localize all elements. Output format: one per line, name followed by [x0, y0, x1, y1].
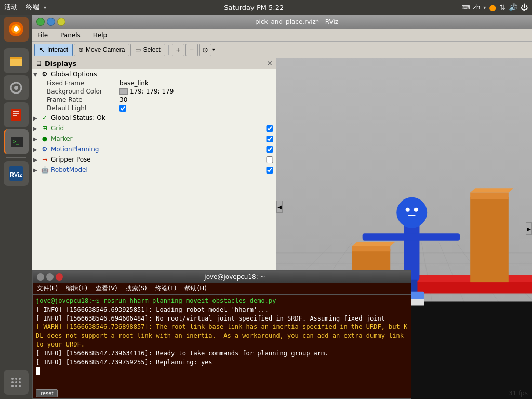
select-button[interactable]: ▭ Select: [130, 44, 165, 56]
maximize-button[interactable]: [47, 18, 55, 26]
terminal-line: [ INFO] [1566638546.694606484]: No root/…: [36, 314, 408, 323]
sidebar-app-grid[interactable]: [4, 370, 29, 395]
robot-model-row[interactable]: ▶ 🤖 RobotModel: [32, 165, 276, 175]
reset-button[interactable]: reset: [36, 389, 58, 397]
bg-color-text: 179; 179; 179: [130, 88, 174, 95]
term-menu-view[interactable]: 查看(V): [96, 284, 117, 293]
svg-point-52: [396, 197, 427, 228]
activities-label[interactable]: 活动: [4, 3, 18, 12]
collapse-left-panel[interactable]: ◀: [276, 201, 283, 213]
motion-planning-expand[interactable]: ▶: [33, 147, 41, 152]
terminal-dropdown-icon[interactable]: ▾: [44, 5, 46, 10]
sidebar-app-files[interactable]: [4, 48, 29, 73]
svg-point-22: [15, 385, 17, 387]
taskbar-datetime[interactable]: Saturday PM 5:22: [224, 4, 284, 11]
gripper-pose-checkbox[interactable]: [265, 156, 274, 163]
frame-rate-value[interactable]: 30: [119, 96, 127, 103]
grid-expand[interactable]: ▶: [33, 126, 41, 131]
global-options-row[interactable]: ▼ ⚙ Global Options: [32, 70, 276, 79]
robot-model-checkbox[interactable]: [265, 167, 274, 174]
focus-button[interactable]: ⊙: [199, 44, 211, 56]
fixed-frame-row: Fixed Frame base_link: [32, 79, 276, 87]
menu-help[interactable]: Help: [90, 31, 110, 40]
default-light-value[interactable]: [119, 105, 126, 112]
motion-planning-row[interactable]: ▶ ⚙ MotionPlanning: [32, 144, 276, 154]
terminal-taskbar-label[interactable]: 终端: [26, 3, 39, 12]
gripper-pose-row[interactable]: ▶ → Gripper Pose: [32, 155, 276, 164]
term-menu-edit[interactable]: 编辑(E): [66, 284, 87, 293]
move-camera-button[interactable]: ⊕ Move Camera: [74, 44, 129, 56]
toolbar-separator-1: [168, 45, 169, 55]
svg-rect-46: [352, 246, 391, 251]
terminal-close-button[interactable]: [56, 273, 63, 281]
move-camera-label: Move Camera: [86, 46, 125, 54]
marker-expand[interactable]: ▶: [33, 136, 41, 142]
sidebar-app-firefox[interactable]: [4, 17, 29, 42]
select-label: Select: [143, 46, 160, 54]
grid-row[interactable]: ▶ ⊞ Grid: [32, 124, 276, 133]
volume-icon[interactable]: 🔊: [509, 3, 517, 11]
svg-rect-49: [470, 192, 509, 199]
collapse-right-panel[interactable]: ▶: [526, 222, 532, 235]
network-icon[interactable]: ⇅: [499, 3, 506, 11]
motion-planning-label: MotionPlanning: [51, 145, 265, 153]
terminal-cursor: [36, 367, 40, 375]
gripper-pose-icon: →: [41, 155, 49, 164]
power-icon[interactable]: ⏻: [521, 3, 528, 11]
grid-checkbox[interactable]: [265, 125, 274, 132]
motion-planning-checkbox[interactable]: [265, 146, 274, 153]
terminal-content[interactable]: jove@jovepcu18:~$ rosrun hharm_planning …: [33, 295, 411, 388]
menu-file[interactable]: File: [34, 31, 51, 40]
lang-label[interactable]: zh: [473, 4, 480, 11]
fixed-frame-value[interactable]: base_link: [119, 79, 149, 87]
grid-icon: ⊞: [41, 124, 49, 132]
grid-item: ▶ ⊞ Grid: [32, 123, 276, 134]
svg-marker-47: [352, 242, 395, 246]
network-status-dot[interactable]: ●: [489, 3, 496, 12]
default-light-row: Default Light: [32, 104, 276, 112]
terminal-maximize-button[interactable]: [46, 273, 54, 281]
toolbar-dropdown-icon[interactable]: ▾: [212, 47, 215, 52]
global-status-label: Global Status: Ok: [51, 114, 275, 122]
keyboard-icon[interactable]: ⌨: [461, 4, 470, 11]
marker-row[interactable]: ▶ ● Marker: [32, 134, 276, 143]
global-status-expand[interactable]: ▶: [33, 115, 41, 121]
bg-color-label: Background Color: [47, 88, 119, 95]
terminal-window: jove@jovepcu18: ~ 文件(F) 编辑(E) 查看(V) 搜索(S…: [32, 270, 411, 399]
sidebar-app-settings[interactable]: [4, 75, 29, 100]
window-buttons: [36, 18, 65, 26]
terminal-line: [ INFO] [1566638546.693925851]: Loading …: [36, 305, 408, 314]
robot-model-expand[interactable]: ▶: [33, 167, 41, 173]
marker-item: ▶ ● Marker: [32, 134, 276, 144]
sidebar-app-rviz[interactable]: RViz: [4, 161, 29, 186]
term-menu-file[interactable]: 文件(F): [37, 284, 58, 293]
frame-rate-label: Frame Rate: [47, 96, 119, 103]
term-menu-search[interactable]: 搜索(S): [126, 284, 147, 293]
bg-color-value[interactable]: 179; 179; 179: [119, 88, 174, 95]
displays-close-icon[interactable]: ✕: [267, 59, 273, 68]
svg-point-23: [19, 385, 21, 387]
term-menu-help[interactable]: 帮助(H): [184, 284, 206, 293]
interact-button[interactable]: ↖ Interact: [34, 44, 73, 56]
global-status-row[interactable]: ▶ ✓ Global Status: Ok: [32, 113, 276, 123]
gripper-pose-expand[interactable]: ▶: [33, 157, 41, 163]
menu-panels[interactable]: Panels: [57, 31, 84, 40]
robot-model-label: RobotModel: [51, 166, 265, 174]
marker-checkbox[interactable]: [265, 136, 274, 142]
close-button[interactable]: [57, 18, 65, 26]
motion-planning-item: ▶ ⚙ MotionPlanning: [32, 144, 276, 154]
term-menu-terminal[interactable]: 终端(T): [155, 284, 177, 293]
minimize-button[interactable]: [36, 18, 45, 26]
lang-dropdown-icon[interactable]: ▾: [483, 5, 486, 10]
default-light-checkbox[interactable]: [119, 105, 126, 112]
gripper-pose-item: ▶ → Gripper Pose: [32, 154, 276, 165]
svg-marker-50: [470, 188, 513, 192]
sidebar-app-terminal[interactable]: >_: [4, 129, 29, 154]
global-options-item: ▼ ⚙ Global Options Fixed Frame base_link…: [32, 69, 276, 113]
terminal-minimize-button[interactable]: [37, 273, 44, 281]
plus-button[interactable]: +: [172, 44, 184, 56]
minus-button[interactable]: −: [185, 44, 198, 56]
global-options-expand[interactable]: ▼: [33, 72, 41, 77]
sidebar-app-texteditor[interactable]: [4, 102, 29, 127]
terminal-titlebar: jove@jovepcu18: ~: [33, 271, 411, 283]
